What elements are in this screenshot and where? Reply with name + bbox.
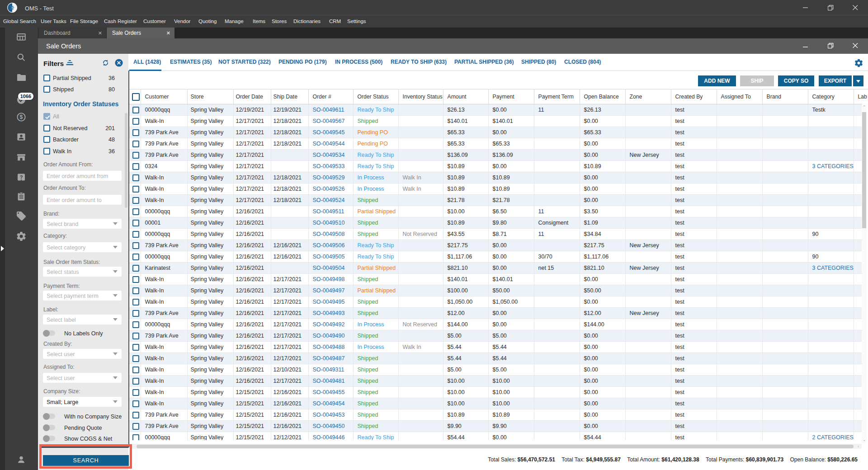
svg-text:?: ? <box>20 174 23 180</box>
svg-text:$: $ <box>20 114 23 120</box>
